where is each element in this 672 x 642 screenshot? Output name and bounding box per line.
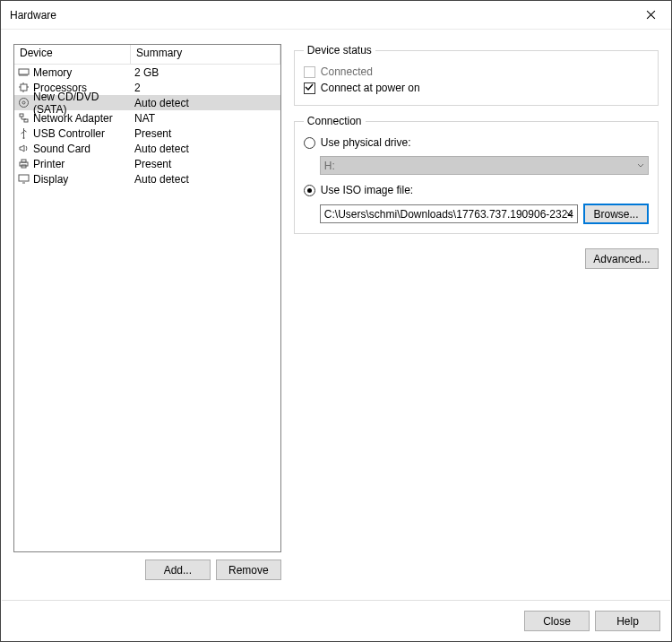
svg-rect-10 [19, 175, 29, 181]
list-header: Device Summary [14, 45, 280, 65]
device-name: Sound Card [33, 143, 90, 155]
device-name: USB Controller [33, 127, 105, 140]
add-button[interactable]: Add... [145, 560, 211, 580]
display-icon [18, 173, 30, 185]
physical-drive-label: Use physical drive: [321, 136, 411, 149]
table-row[interactable]: Sound CardAuto detect [14, 141, 280, 156]
physical-drive-radio[interactable] [304, 137, 315, 149]
chevron-down-icon [637, 160, 644, 172]
svg-point-2 [20, 99, 29, 108]
connected-checkbox [304, 66, 315, 78]
physical-drive-value: H: [324, 160, 335, 172]
hardware-dialog: Hardware Device Summary Memory2 GBProces… [0, 0, 672, 642]
advanced-button[interactable]: Advanced... [585, 248, 659, 269]
memory-icon [18, 66, 30, 78]
table-row[interactable]: USB ControllerPresent [14, 126, 280, 141]
svg-rect-0 [19, 69, 29, 74]
device-summary: Auto detect [134, 173, 189, 186]
device-name: Display [33, 173, 68, 186]
connect-power-checkbox[interactable] [304, 82, 315, 94]
chevron-down-icon[interactable] [566, 208, 573, 221]
table-row[interactable]: Memory2 GB [14, 65, 280, 80]
hardware-list[interactable]: Device Summary Memory2 GBProcessors2New … [13, 44, 281, 552]
device-summary: 2 [134, 82, 141, 94]
device-summary: Auto detect [134, 97, 189, 109]
remove-button[interactable]: Remove [216, 560, 281, 580]
usb-icon [18, 127, 30, 139]
network-icon [18, 112, 30, 124]
sound-icon [18, 143, 30, 154]
browse-button[interactable]: Browse... [583, 204, 649, 224]
connection-legend: Connection [304, 115, 366, 127]
connected-label: Connected [321, 65, 373, 78]
physical-drive-combo: H: [320, 156, 649, 175]
iso-file-combo[interactable]: C:\Users\schmi\Downloads\17763.737.19090… [320, 204, 578, 223]
connection-group: Connection Use physical drive: H: Use IS… [294, 115, 659, 234]
printer-icon [18, 158, 30, 169]
device-summary: Present [134, 158, 171, 170]
svg-point-3 [22, 101, 25, 104]
help-button[interactable]: Help [595, 611, 660, 631]
iso-file-label: Use ISO image file: [321, 184, 413, 196]
device-status-legend: Device status [304, 44, 375, 56]
disc-icon [18, 97, 30, 108]
iso-file-value: C:\Users\schmi\Downloads\17763.737.19090… [324, 208, 573, 221]
device-name: Printer [33, 158, 65, 170]
titlebar: Hardware [1, 1, 671, 30]
table-row[interactable]: Network AdapterNAT [14, 110, 280, 126]
close-button[interactable]: Close [524, 611, 590, 631]
device-summary: Present [134, 127, 171, 140]
table-row[interactable]: DisplayAuto detect [14, 171, 280, 187]
col-summary[interactable]: Summary [131, 45, 280, 65]
iso-file-radio[interactable] [304, 185, 315, 196]
col-device[interactable]: Device [14, 45, 131, 65]
svg-point-6 [23, 137, 25, 139]
table-row[interactable]: New CD/DVD (SATA)Auto detect [14, 95, 280, 110]
svg-rect-8 [22, 160, 26, 162]
table-row[interactable]: PrinterPresent [14, 156, 280, 171]
device-summary: Auto detect [134, 143, 189, 155]
window-title: Hardware [10, 9, 630, 22]
svg-rect-4 [20, 114, 23, 117]
device-name: Network Adapter [33, 112, 113, 125]
connect-power-label: Connect at power on [321, 82, 420, 94]
device-name: Memory [33, 66, 72, 79]
device-status-group: Device status Connected Connect at power… [294, 44, 659, 106]
device-summary: NAT [134, 112, 155, 125]
device-summary: 2 GB [134, 66, 159, 79]
close-icon[interactable] [630, 1, 671, 30]
